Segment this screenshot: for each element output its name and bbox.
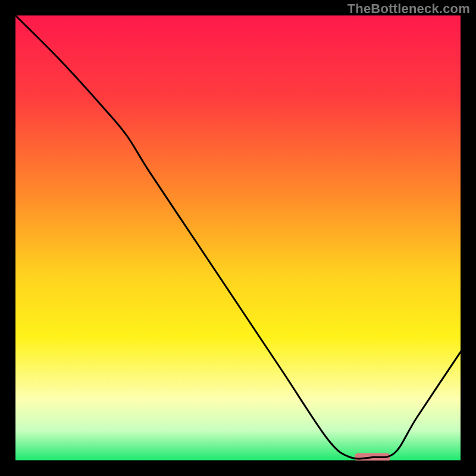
bottleneck-chart — [0, 0, 476, 476]
chart-stage: TheBottleneck.com — [0, 0, 476, 476]
gradient-background — [15, 15, 462, 462]
